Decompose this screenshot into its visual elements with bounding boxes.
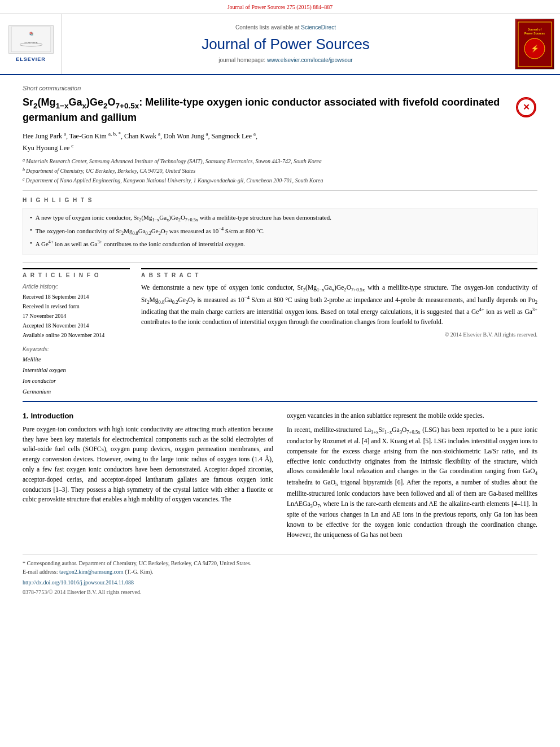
doi-link[interactable]: http://dx.doi.org/10.1016/j.jpowsour.201… (23, 579, 134, 586)
page: Journal of Power Sources 275 (2015) 884–… (0, 0, 560, 747)
keywords-list: Melilite Interstitial oxygen Ion conduct… (23, 355, 130, 397)
svg-text:Power Sources: Power Sources (524, 32, 544, 35)
highlight-item-3: • A Ge4+ ion as well as Ga3+ contributes… (30, 238, 530, 249)
body-text-right-2: In recent, melilite-structured La1+xSr1−… (287, 425, 537, 540)
article-dates: Received 18 September 2014 Received in r… (23, 292, 130, 340)
svg-text:✕: ✕ (523, 102, 530, 112)
svg-rect-0 (11, 27, 51, 52)
main-content: Short communication Sr2(Mg1−xGax)Ge2O7+0… (0, 75, 560, 605)
keywords-label: Keywords: (23, 346, 130, 353)
journal-cover-area: Journal of Power Sources ⚡ (509, 14, 560, 74)
divider-2 (23, 262, 537, 263)
abstract-text: We demonstrate a new type of oxygen ioni… (141, 283, 537, 327)
abstract-column: A B S T R A C T We demonstrate a new typ… (141, 268, 537, 397)
issn-line: 0378-7753/© 2014 Elsevier B.V. All right… (23, 588, 537, 596)
info-abstract-area: A R T I C L E I N F O Article history: R… (23, 268, 537, 397)
body-content: 1. Introduction Pure oxygen-ion conducto… (23, 411, 537, 545)
elsevier-image: 📚 ELSEVIER (8, 25, 54, 54)
homepage-link[interactable]: www.elsevier.com/locate/jpowsour (267, 57, 353, 63)
highlights-box: • A new type of oxygen ionic conductor, … (23, 208, 537, 255)
journal-title-area: Contents lists available at ScienceDirec… (62, 14, 509, 74)
keywords-section: Keywords: Melilite Interstitial oxygen I… (23, 346, 130, 397)
journal-header: 📚 ELSEVIER ELSEVIER Contents lists avail… (0, 14, 560, 75)
affiliation-a: a Materials Research Center, Samsung Adv… (23, 157, 537, 165)
highlight-text-3: A Ge4+ ion as well as Ga3+ contributes t… (36, 238, 245, 249)
date-revised: 17 November 2014 (23, 311, 130, 321)
date-revised-label: Received in revised form (23, 302, 130, 311)
intro-text-1: Pure oxygen-ion conductors with high ion… (23, 425, 273, 505)
svg-text:📚: 📚 (29, 32, 33, 36)
journal-cover-image: Journal of Power Sources ⚡ (515, 19, 554, 69)
svg-text:⚡: ⚡ (530, 44, 539, 53)
journal-name: Journal of Power Sources (202, 34, 370, 54)
bullet-1: • (30, 213, 32, 223)
keyword-1: Melilite (23, 355, 130, 365)
authors: Hee Jung Park a, Tae-Gon Kim a, b, *, Ch… (23, 130, 537, 154)
copyright-line: © 2014 Elsevier B.V. All rights reserved… (141, 331, 537, 339)
sciencedirect-line: Contents lists available at ScienceDirec… (235, 24, 336, 32)
divider-1 (23, 190, 537, 191)
date-accepted: Accepted 18 November 2014 (23, 321, 130, 330)
highlight-item-2: • The oxygen-ion conductivity of Sr2Mg0.… (30, 225, 530, 237)
article-info-section: A R T I C L E I N F O Article history: R… (23, 268, 130, 340)
email-link[interactable]: taegon2.kim@samsung.com (59, 569, 125, 575)
affiliation-b: b Department of Chemistry, UC Berkeley, … (23, 167, 537, 175)
highlights-label: H I G H L I G H T S (23, 196, 537, 204)
email-line: E-mail address: taegon2.kim@samsung.com … (23, 567, 537, 576)
article-type: Short communication (23, 84, 537, 93)
highlights-section: H I G H L I G H T S • A new type of oxyg… (23, 196, 537, 255)
date-received: Received 18 September 2014 (23, 292, 130, 302)
title-area: Sr2(Mg1−xGax)Ge2O7+0.5x: Melilite-type o… (23, 96, 537, 124)
crossmark-icon: ✕ (516, 97, 536, 117)
sciencedirect-link[interactable]: ScienceDirect (301, 24, 336, 30)
intro-title: 1. Introduction (23, 411, 273, 421)
bullet-2: • (30, 225, 32, 235)
affiliation-c: c Department of Nano Applied Engineering… (23, 176, 537, 185)
keyword-3: Ion conductor (23, 376, 130, 387)
publisher-logo-area: 📚 ELSEVIER ELSEVIER (0, 14, 62, 74)
abstract-section: A B S T R A C T We demonstrate a new typ… (141, 268, 537, 339)
body-col-right: oxygen vacancies in the anion sublattice… (287, 411, 537, 545)
highlight-item-1: • A new type of oxygen ionic conductor, … (30, 213, 530, 224)
body-text-right-1: oxygen vacancies in the anion sublattice… (287, 411, 537, 421)
svg-text:ELSEVIER: ELSEVIER (24, 41, 38, 44)
article-info-column: A R T I C L E I N F O Article history: R… (23, 268, 130, 397)
crossmark-area: ✕ (515, 96, 537, 119)
affiliations: a Materials Research Center, Samsung Adv… (23, 157, 537, 185)
history-label: Article history: (23, 283, 130, 291)
doi-line: http://dx.doi.org/10.1016/j.jpowsour.201… (23, 578, 537, 587)
corresponding-author-note: * Corresponding author. Department of Ch… (23, 559, 537, 567)
svg-text:Journal of: Journal of (527, 28, 541, 31)
highlight-text-2: The oxygen-ion conductivity of Sr2Mg0.8G… (36, 225, 265, 237)
keyword-4: Germanium (23, 387, 130, 397)
divider-thick (23, 401, 537, 402)
body-col-left: 1. Introduction Pure oxygen-ion conducto… (23, 411, 273, 545)
date-online: Available online 20 November 2014 (23, 330, 130, 340)
highlight-text-1: A new type of oxygen ionic conductor, Sr… (36, 213, 331, 224)
article-title: Sr2(Mg1−xGax)Ge2O7+0.5x: Melilite-type o… (23, 96, 509, 124)
journal-homepage: journal homepage: www.elsevier.com/locat… (218, 56, 352, 64)
abstract-header: A B S T R A C T (141, 268, 537, 279)
elsevier-label: ELSEVIER (16, 56, 46, 63)
journal-reference: Journal of Power Sources 275 (2015) 884–… (0, 0, 560, 14)
two-col-body: 1. Introduction Pure oxygen-ion conducto… (23, 411, 537, 545)
footnote-area: * Corresponding author. Department of Ch… (23, 554, 537, 596)
bullet-3: • (30, 238, 32, 248)
keyword-2: Interstitial oxygen (23, 365, 130, 376)
article-info-header: A R T I C L E I N F O (23, 268, 130, 279)
